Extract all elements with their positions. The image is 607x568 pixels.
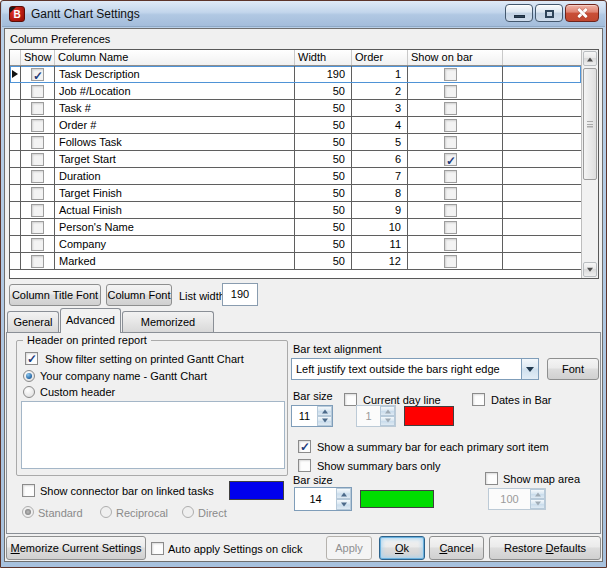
table-row[interactable]: Task #503 (10, 100, 581, 117)
show-on-bar-checkbox[interactable] (444, 68, 457, 81)
column-title-font-button[interactable]: Column Title Font (9, 284, 101, 306)
show-on-bar-checkbox[interactable] (444, 102, 457, 115)
show-on-bar-checkbox[interactable] (444, 136, 457, 149)
show-connector-bar-checkbox[interactable] (22, 484, 35, 497)
show-on-bar-checkbox[interactable] (444, 85, 457, 98)
map-area-spinner[interactable]: 100 (488, 488, 546, 510)
apply-button[interactable]: Apply (326, 536, 372, 560)
show-on-bar-checkbox[interactable] (444, 119, 457, 132)
show-on-bar-cell[interactable] (408, 168, 503, 184)
list-width-input[interactable]: 190 (222, 283, 258, 306)
ok-button[interactable]: Ok (379, 536, 425, 560)
width-cell[interactable]: 50 (295, 219, 352, 235)
table-row[interactable]: Follows Task505 (10, 134, 581, 151)
show-on-bar-checkbox[interactable] (444, 204, 457, 217)
bar-size-top-spinner[interactable]: 11 (291, 405, 333, 427)
bar-size-bottom-spinner[interactable]: 14 (294, 487, 352, 511)
table-row[interactable]: Job #/Location502 (10, 83, 581, 100)
order-cell[interactable]: 7 (352, 168, 408, 184)
show-cell[interactable] (21, 202, 55, 218)
table-row[interactable]: Company5011 (10, 236, 581, 253)
table-vertical-scrollbar[interactable] (581, 50, 598, 278)
show-filter-setting-checkbox[interactable] (25, 352, 38, 365)
show-on-bar-checkbox[interactable] (444, 255, 457, 268)
show-checkbox[interactable] (31, 153, 44, 166)
spinner-up-button[interactable] (317, 406, 332, 416)
spinner-down-button[interactable] (380, 416, 395, 426)
table-row[interactable]: Actual Finish509 (10, 202, 581, 219)
show-on-bar-cell[interactable] (408, 202, 503, 218)
show-on-bar-cell[interactable] (408, 100, 503, 116)
table-row[interactable]: Target Finish508 (10, 185, 581, 202)
summary-bars-only-checkbox[interactable] (298, 459, 311, 472)
column-name-cell[interactable]: Company (55, 236, 295, 252)
show-map-area-checkbox[interactable] (485, 472, 498, 485)
column-name-cell[interactable]: Job #/Location (55, 83, 295, 99)
show-cell[interactable] (21, 134, 55, 150)
order-cell[interactable]: 12 (352, 253, 408, 269)
show-checkbox[interactable] (31, 85, 44, 98)
column-name-cell[interactable]: Order # (55, 117, 295, 133)
direct-radio[interactable] (182, 506, 194, 518)
width-cell[interactable]: 50 (295, 185, 352, 201)
show-cell[interactable] (21, 168, 55, 184)
order-cell[interactable]: 4 (352, 117, 408, 133)
show-checkbox[interactable] (31, 119, 44, 132)
show-on-bar-cell[interactable] (408, 66, 503, 82)
column-name-cell[interactable]: Marked (55, 253, 295, 269)
show-on-bar-checkbox[interactable] (444, 170, 457, 183)
width-cell[interactable]: 190 (295, 66, 352, 82)
scroll-down-button[interactable] (583, 262, 597, 277)
current-day-line-color-swatch[interactable] (404, 406, 454, 426)
spinner-up-button[interactable] (380, 406, 395, 416)
table-row[interactable]: Target Start506 (10, 151, 581, 168)
order-cell[interactable]: 11 (352, 236, 408, 252)
show-checkbox[interactable] (31, 102, 44, 115)
connector-color-swatch[interactable] (229, 481, 284, 500)
column-name-cell[interactable]: Actual Finish (55, 202, 295, 218)
spinner-up-button[interactable] (530, 489, 545, 499)
order-cell[interactable]: 9 (352, 202, 408, 218)
show-checkbox[interactable] (31, 238, 44, 251)
minimize-button[interactable] (505, 4, 533, 22)
show-cell[interactable] (21, 66, 55, 82)
restore-defaults-button[interactable]: Restore Defaults (489, 536, 601, 560)
show-cell[interactable] (21, 117, 55, 133)
custom-header-textarea[interactable] (21, 401, 285, 469)
order-cell[interactable]: 5 (352, 134, 408, 150)
tab-advanced[interactable]: Advanced (60, 308, 121, 333)
table-row[interactable]: Marked5012 (10, 253, 581, 270)
order-cell[interactable]: 8 (352, 185, 408, 201)
current-day-line-spinner[interactable]: 1 (356, 405, 396, 427)
width-cell[interactable]: 50 (295, 134, 352, 150)
show-cell[interactable] (21, 253, 55, 269)
column-name-cell[interactable]: Task Description (55, 66, 295, 82)
show-checkbox[interactable] (31, 221, 44, 234)
column-name-cell[interactable]: Follows Task (55, 134, 295, 150)
auto-apply-checkbox[interactable] (151, 542, 164, 555)
spinner-up-button[interactable] (336, 488, 351, 499)
width-cell[interactable]: 50 (295, 253, 352, 269)
show-on-bar-checkbox[interactable] (444, 238, 457, 251)
bar-font-button[interactable]: Font (547, 358, 599, 380)
show-cell[interactable] (21, 236, 55, 252)
show-checkbox[interactable] (31, 187, 44, 200)
show-on-bar-cell[interactable] (408, 151, 503, 167)
table-row[interactable]: Person's Name5010 (10, 219, 581, 236)
width-cell[interactable]: 50 (295, 168, 352, 184)
table-row[interactable]: Task Description1901 (10, 66, 581, 83)
table-row[interactable]: Duration507 (10, 168, 581, 185)
title-bar[interactable]: B Gantt Chart Settings (2, 1, 605, 27)
spinner-down-button[interactable] (317, 416, 332, 426)
maximize-button[interactable] (535, 4, 563, 22)
order-cell[interactable]: 6 (352, 151, 408, 167)
show-checkbox[interactable] (31, 204, 44, 217)
tab-general[interactable]: General (7, 311, 59, 333)
company-name-radio[interactable] (23, 370, 35, 382)
width-cell[interactable]: 50 (295, 83, 352, 99)
show-on-bar-checkbox[interactable] (444, 187, 457, 200)
order-cell[interactable]: 3 (352, 100, 408, 116)
show-on-bar-checkbox[interactable] (444, 153, 457, 166)
show-checkbox[interactable] (31, 68, 44, 81)
tab-memorized-settings[interactable]: Memorized Settings (122, 311, 214, 333)
